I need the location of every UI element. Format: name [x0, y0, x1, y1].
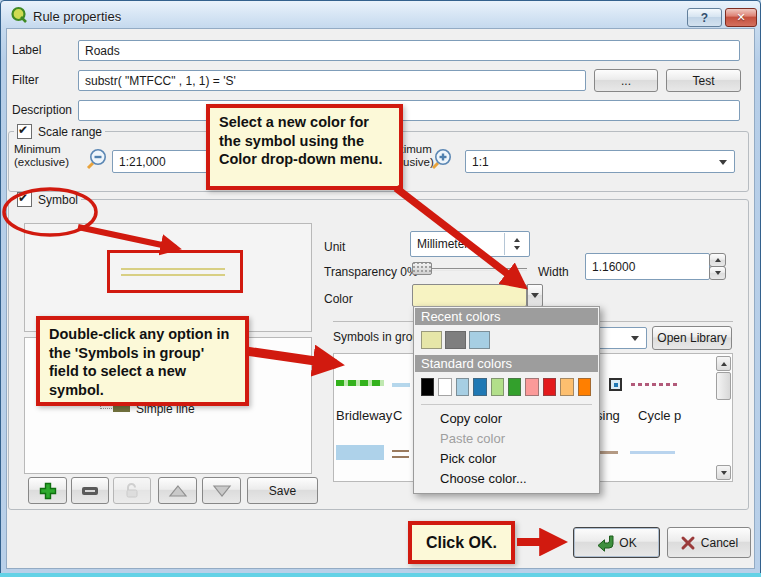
- color-swatch[interactable]: [456, 378, 469, 396]
- color-swatch[interactable]: [560, 378, 573, 396]
- minimum-scale-label-2: (exclusive): [14, 156, 69, 168]
- standard-colors-row: [414, 373, 599, 401]
- color-dropdown-button[interactable]: [527, 284, 543, 307]
- recent-colors-header: Recent colors: [415, 308, 598, 325]
- unit-label: Unit: [324, 240, 345, 254]
- color-swatch[interactable]: [421, 378, 434, 396]
- open-library-button[interactable]: Open Library: [652, 326, 732, 350]
- scale-range-title: Scale range: [38, 125, 102, 139]
- symbol-item-label[interactable]: C: [393, 408, 402, 423]
- symbol-checkbox[interactable]: [17, 192, 32, 207]
- label-input[interactable]: Roads: [78, 40, 740, 61]
- spinner-down-icon[interactable]: [514, 246, 520, 250]
- unit-value: Millimeter: [417, 237, 468, 251]
- remove-symbol-layer-button[interactable]: [71, 477, 109, 504]
- ok-icon: [596, 534, 616, 552]
- choose-color-menu-item[interactable]: Choose color...: [414, 468, 599, 488]
- expression-builder-button[interactable]: ...: [594, 69, 658, 92]
- simple-line-icon: [113, 405, 130, 412]
- color-swatch[interactable]: [421, 331, 442, 349]
- width-spin-down-button[interactable]: [709, 266, 726, 280]
- transparency-slider-handle[interactable]: [412, 262, 432, 275]
- symbol-thumbnail[interactable]: [631, 383, 677, 386]
- up-arrow-icon: [168, 484, 188, 498]
- copy-color-menu-item[interactable]: Copy color: [414, 408, 599, 428]
- move-up-button[interactable]: [158, 477, 197, 504]
- description-field-label: Description: [12, 103, 72, 117]
- description-input[interactable]: [78, 100, 740, 121]
- minus-icon: [82, 487, 98, 495]
- width-spin-up-button[interactable]: [709, 253, 726, 267]
- chevron-down-icon: [631, 336, 639, 341]
- symbol-thumbnail[interactable]: [392, 450, 409, 458]
- symbol-thumbnail[interactable]: [336, 380, 384, 386]
- symbol-group-title: Symbol: [38, 193, 78, 207]
- menu-separator: [421, 404, 592, 405]
- color-swatch[interactable]: [445, 331, 466, 349]
- annotation-ok-note-text: Click OK.: [426, 534, 497, 552]
- ok-button[interactable]: OK: [573, 527, 660, 558]
- window-bottom-edge: [0, 573, 761, 577]
- filter-input[interactable]: substr( "MTFCC" , 1, 1) = 'S': [78, 70, 586, 91]
- symbol-thumbnail[interactable]: [392, 383, 410, 387]
- symbol-preview-highlight-box: [107, 250, 243, 293]
- transparency-label: Transparency 0%: [324, 265, 418, 279]
- symbol-legend: Symbol: [14, 192, 81, 207]
- color-swatch[interactable]: [578, 378, 591, 396]
- symbol-item-label[interactable]: Cycle p: [638, 408, 681, 423]
- annotation-symbols-note-text: Double-click any option in the 'Symbols …: [40, 320, 245, 404]
- zoom-in-icon: [431, 147, 454, 170]
- scroll-down-button[interactable]: [716, 465, 731, 480]
- maximum-scale-combobox[interactable]: 1:1: [465, 150, 735, 173]
- color-menu: Recent colors Standard colors Copy color…: [413, 306, 600, 494]
- paste-color-menu-item: Paste color: [414, 428, 599, 448]
- color-swatch[interactable]: [525, 378, 538, 396]
- symbol-thumbnail[interactable]: [630, 451, 675, 454]
- color-swatch[interactable]: [473, 378, 486, 396]
- tree-branch-line: [100, 408, 112, 409]
- lock-icon: [124, 483, 140, 499]
- chevron-down-icon: [719, 160, 727, 165]
- annotation-symbols-note: Double-click any option in the 'Symbols …: [36, 316, 249, 406]
- symbol-thumbnail[interactable]: [609, 378, 622, 391]
- cancel-button[interactable]: Cancel: [667, 527, 751, 558]
- add-symbol-layer-button[interactable]: [28, 477, 67, 504]
- scale-range-checkbox[interactable]: [17, 124, 32, 139]
- unit-combobox[interactable]: Millimeter: [410, 231, 530, 257]
- title-bar[interactable]: Rule properties ? ✕: [2, 2, 759, 28]
- scroll-up-button[interactable]: [716, 356, 731, 371]
- recent-colors-row: [414, 326, 599, 354]
- standard-colors-header: Standard colors: [415, 355, 598, 372]
- symbol-preview-line: [121, 274, 225, 276]
- pick-color-menu-item[interactable]: Pick color: [414, 448, 599, 468]
- rule-properties-window: Rule properties ? ✕ Label Roads Filter s…: [0, 0, 761, 577]
- filter-test-button[interactable]: Test: [666, 69, 741, 92]
- width-label: Width: [538, 265, 569, 279]
- plus-icon: [39, 482, 57, 500]
- move-down-button[interactable]: [202, 477, 241, 504]
- scrollbar-thumb[interactable]: [716, 372, 731, 400]
- filter-field-label: Filter: [12, 73, 39, 87]
- help-button[interactable]: ?: [687, 8, 722, 27]
- color-button[interactable]: [412, 284, 527, 307]
- symbol-thumbnail[interactable]: [336, 445, 384, 460]
- symbol-item-label[interactable]: Bridleway: [336, 408, 392, 423]
- color-swatch[interactable]: [469, 331, 490, 349]
- close-icon[interactable]: ✕: [725, 8, 757, 27]
- maximum-scale-value: 1:1: [472, 155, 489, 169]
- lock-layer-button[interactable]: [113, 477, 151, 504]
- color-swatch[interactable]: [491, 378, 504, 396]
- save-button[interactable]: Save: [247, 477, 318, 504]
- annotation-color-note: Select a new color for the symbol using …: [206, 104, 403, 190]
- combo-divider: [504, 233, 505, 255]
- symbols-in-group-label: Symbols in group: [333, 330, 426, 344]
- color-swatch[interactable]: [508, 378, 521, 396]
- qgis-icon: [10, 6, 28, 24]
- label-field-label: Label: [12, 43, 41, 57]
- annotation-color-note-text: Select a new color for the symbol using …: [210, 108, 399, 174]
- color-swatch[interactable]: [543, 378, 556, 396]
- cancel-button-label: Cancel: [701, 536, 738, 550]
- spinner-up-icon[interactable]: [514, 238, 520, 242]
- color-swatch[interactable]: [438, 378, 451, 396]
- width-spinbox[interactable]: 1.16000: [585, 253, 710, 280]
